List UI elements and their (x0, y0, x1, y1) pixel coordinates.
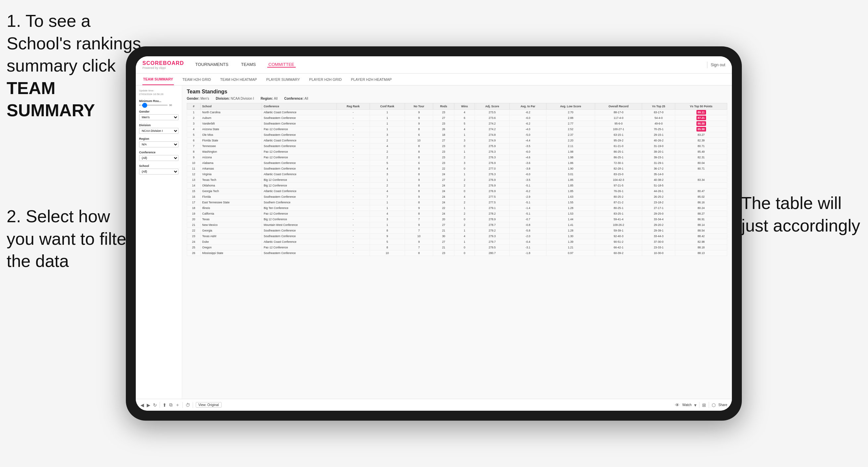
overall-cell: 90-51-2 (595, 239, 642, 245)
app-navbar: SCOREBOARD Powered by clippi TOURNAMENTS… (136, 56, 732, 73)
table-row: 4 Arizona State Pac-12 Conference - 1 8 … (187, 126, 727, 132)
adj-cell: -6.0 (510, 115, 546, 121)
clock-icon[interactable]: ⏱ (185, 402, 190, 408)
reg-rank-cell: - (337, 121, 370, 126)
pts-cell (675, 183, 727, 188)
instruction-text-2: 2. Select how you want to filter the dat… (7, 207, 132, 271)
col-wins: Wins (454, 103, 475, 110)
tablet-screen: SCOREBOARD Powered by clippi TOURNAMENTS… (136, 56, 732, 411)
subnav-team-summary[interactable]: TEAM SUMMARY (143, 73, 174, 85)
score-cell: 279.7 (475, 239, 510, 245)
conf-cell: Pac-12 Conference (262, 211, 337, 217)
overall-cell: 83-15-0 (595, 172, 642, 177)
table-row: 11 Arkansas Southeastern Conference - 4 … (187, 166, 727, 172)
wins-cell: 2 (454, 200, 475, 205)
par-cell: 1.85 (546, 188, 595, 194)
conf-cell: Big 12 Conference (262, 217, 337, 222)
no-tour-cell: 8 (405, 126, 433, 132)
share-icon-1[interactable]: ⬆ (163, 402, 166, 408)
score-cell: 280.7 (475, 250, 510, 256)
watch-button[interactable]: Watch (682, 403, 691, 407)
conf-rank-cell: 1 (370, 115, 405, 121)
par-cell: 1.53 (546, 211, 595, 217)
par-cell: 1.39 (546, 239, 595, 245)
reg-rank-cell: - (337, 200, 370, 205)
share-icon-2[interactable]: ⬡ (712, 402, 716, 408)
conf-cell: Atlantic Coast Conference (262, 188, 337, 194)
school-cell: Illinois (200, 205, 262, 211)
reload-icon[interactable]: ↻ (153, 402, 157, 408)
reg-rank-cell: - (337, 245, 370, 250)
subnav-player-h2h-heatmap[interactable]: PLAYER H2H HEATMAP (350, 73, 393, 85)
col-rnds: Rnds (433, 103, 454, 110)
conf-cell: Pac-12 Conference (262, 245, 337, 250)
adj-cell: -5.1 (510, 211, 546, 217)
plus-icon[interactable]: ＋ (175, 402, 180, 408)
par-cell: 3.01 (546, 172, 595, 177)
no-tour-cell: 8 (405, 200, 433, 205)
view-original-button[interactable]: View: Original (196, 402, 222, 408)
toolbar-divider-2 (183, 402, 183, 408)
filter-region-select[interactable]: N/A All (139, 142, 179, 147)
no-tour-cell: 9 (405, 222, 433, 228)
conf-rank-cell: 5 (370, 160, 405, 166)
score-cell: 274.2 (475, 126, 510, 132)
pts-cell: 86.91 (675, 217, 727, 222)
chevron-down-icon[interactable]: ▾ (694, 402, 696, 408)
col-vs-top25: Vs Top 25 (642, 103, 675, 110)
wins-cell: 2 (454, 183, 475, 188)
conf-cell: Southeastern Conference (262, 121, 337, 126)
overall-cell: 104-42-3 (595, 177, 642, 183)
par-cell: 1.28 (546, 228, 595, 234)
school-cell: Mississippi State (200, 250, 262, 256)
conf-cell: Big 12 Conference (262, 183, 337, 188)
filter-school-select[interactable]: (All) (139, 168, 179, 175)
filter-min-rank-label: Minimum Rou... (139, 99, 179, 103)
update-time: Update time: 27/03/2024 16:56:26 (139, 89, 179, 96)
rnds-cell: 27 (433, 177, 454, 183)
score-cell: 274.2 (475, 121, 510, 126)
score-cell: 274.8 (475, 132, 510, 138)
back-icon[interactable]: ◀ (141, 402, 144, 408)
sign-out-link[interactable]: Sign out (711, 63, 725, 67)
subnav-player-summary[interactable]: PLAYER SUMMARY (266, 73, 301, 85)
no-tour-cell: 8 (405, 172, 433, 177)
copy-icon[interactable]: ⧉ (169, 402, 173, 408)
par-cell: 1.86 (546, 160, 595, 166)
subnav-team-h2h-heatmap[interactable]: TEAM H2H HEATMAP (220, 73, 258, 85)
top25-cell: 33-34-4 (642, 217, 675, 222)
conf-cell: Big Ten Conference (262, 205, 337, 211)
overall-cell: 72-30-1 (595, 160, 642, 166)
instruction-text-3: 3. The table will adjust accordingly (722, 193, 860, 235)
pts-cell: 82.39 (675, 138, 727, 144)
conf-rank-cell: 4 (370, 144, 405, 149)
rank-cell: 7 (187, 144, 201, 149)
wins-cell: 1 (454, 205, 475, 211)
nav-teams[interactable]: TEAMS (240, 62, 257, 68)
grid-icon[interactable]: ⊞ (702, 402, 706, 408)
conf-cell: Pac-12 Conference (262, 126, 337, 132)
top25-cell: 37-30-0 (642, 239, 675, 245)
table-row: 14 Oklahoma Big 12 Conference - 2 8 24 2… (187, 183, 727, 188)
subnav-player-h2h-grid[interactable]: PLAYER H2H GRID (309, 73, 342, 85)
filter-conference-select[interactable]: (All) (139, 155, 179, 161)
score-cell: 278.9 (475, 217, 510, 222)
par-cell: 1.85 (546, 183, 595, 188)
subnav-team-h2h-grid[interactable]: TEAM H2H GRID (182, 73, 212, 85)
filter-division-select[interactable]: NCAA Division I NCAA Division II NCAA Di… (139, 128, 179, 134)
filter-gender-select[interactable]: Men's Women's (139, 114, 179, 120)
forward-icon[interactable]: ▶ (147, 402, 150, 408)
pts-cell: 80.71 (675, 166, 727, 172)
rank-cell: 11 (187, 166, 201, 172)
rnds-cell: 27 (433, 222, 454, 228)
table-row: 13 Texas Tech Big 12 Conference - 1 9 27… (187, 177, 727, 183)
share-button[interactable]: Share (718, 403, 727, 407)
nav-tournaments[interactable]: TOURNAMENTS (194, 62, 230, 68)
instruction-bold-1: TEAM SUMMARY (7, 79, 95, 120)
filter-region-label: Region (139, 137, 179, 141)
overall-cell: 82-28-1 (595, 166, 642, 172)
nav-committee[interactable]: COMMITTEE (267, 62, 296, 68)
no-tour-cell: 7 (405, 228, 433, 234)
filter-rank-slider[interactable] (142, 105, 168, 106)
school-cell: Arizona State (200, 126, 262, 132)
